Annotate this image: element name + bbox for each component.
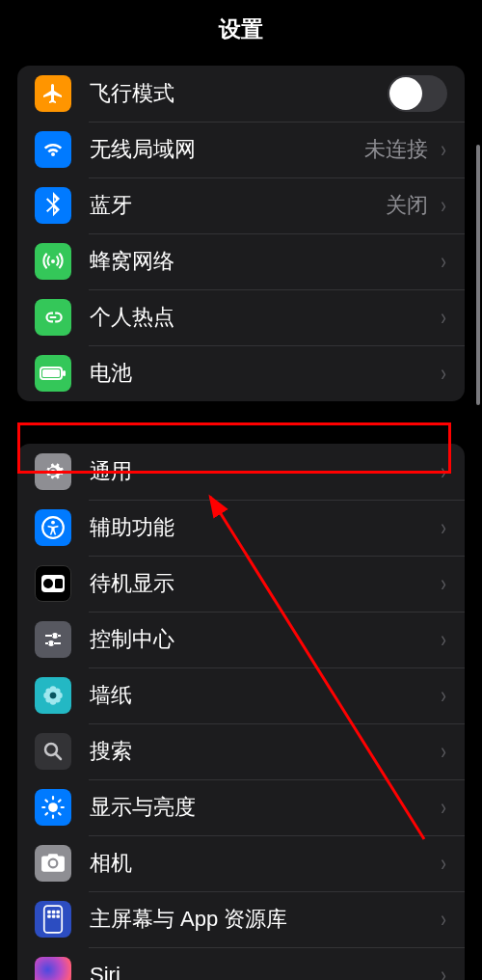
row-label: 控制中心 [90,625,436,654]
chevron-right-icon: › [441,570,446,597]
row-label: 搜索 [90,737,436,766]
row-bluetooth[interactable]: 蓝牙 关闭 › [17,177,465,233]
siri-icon [35,957,71,980]
svg-rect-7 [55,579,63,588]
row-label: 显示与亮度 [90,793,436,822]
chevron-right-icon: › [441,738,446,765]
link-icon [35,299,71,336]
row-label: 无线局域网 [90,135,364,164]
row-general[interactable]: 通用 › [17,444,465,500]
row-label: 个人热点 [90,303,436,332]
row-label: 电池 [90,359,436,388]
row-label: 主屏幕与 App 资源库 [90,905,436,934]
chevron-right-icon: › [441,906,446,933]
header: 设置 [0,0,482,58]
row-label: 飞行模式 [90,79,388,108]
settings-content: 飞行模式 无线局域网 未连接 › 蓝牙 关闭 › 蜂窝网络 › [0,58,482,980]
chevron-right-icon: › [441,136,446,163]
chevron-right-icon: › [441,458,446,485]
grid-icon [35,901,71,938]
row-label: 待机显示 [90,569,436,598]
chevron-right-icon: › [441,682,446,709]
row-battery[interactable]: 电池 › [17,345,465,401]
airplane-toggle[interactable] [388,75,447,112]
svg-rect-23 [47,914,50,917]
row-homescreen[interactable]: 主屏幕与 App 资源库 › [17,891,465,947]
accessibility-icon [35,509,71,546]
row-label: 蓝牙 [90,191,386,220]
antenna-icon [35,243,71,280]
svg-rect-20 [47,911,50,913]
chevron-right-icon: › [441,248,446,275]
chevron-right-icon: › [441,192,446,219]
row-wallpaper[interactable]: 墙纸 › [17,667,465,723]
svg-point-16 [50,693,57,699]
chevron-right-icon: › [441,626,446,653]
search-icon [35,733,71,770]
chevron-right-icon: › [441,962,446,980]
svg-rect-22 [56,911,59,913]
airplane-icon [35,75,71,112]
brightness-icon [35,789,71,826]
row-cellular[interactable]: 蜂窝网络 › [17,233,465,289]
svg-point-4 [51,521,55,525]
chevron-right-icon: › [441,360,446,387]
svg-rect-25 [56,914,59,917]
row-hotspot[interactable]: 个人热点 › [17,289,465,345]
row-label: 墙纸 [90,681,436,710]
row-label: 相机 [90,849,436,878]
row-label: Siri [90,963,436,980]
svg-rect-21 [52,911,55,913]
row-status: 关闭 [386,191,428,220]
svg-rect-1 [42,369,60,377]
chevron-right-icon: › [441,794,446,821]
row-search[interactable]: 搜索 › [17,723,465,779]
row-status: 未连接 [364,135,428,164]
row-label: 通用 [90,457,436,486]
svg-point-18 [48,803,58,812]
svg-rect-24 [52,914,55,917]
chevron-right-icon: › [441,304,446,331]
row-airplane[interactable]: 飞行模式 [17,66,465,122]
row-siri[interactable]: Siri › [17,947,465,980]
svg-rect-19 [44,906,62,933]
row-wifi[interactable]: 无线局域网 未连接 › [17,122,465,177]
row-label: 蜂窝网络 [90,247,436,276]
battery-icon [35,355,71,392]
standby-icon [35,565,71,602]
settings-group-system: 通用 › 辅助功能 › 待机显示 › 控制中心 › [17,444,465,980]
scroll-indicator[interactable] [476,145,480,405]
wifi-icon [35,131,71,168]
row-camera[interactable]: 相机 › [17,835,465,891]
chevron-right-icon: › [441,850,446,877]
camera-icon [35,845,71,882]
gear-icon [35,453,71,490]
sliders-icon [35,621,71,658]
svg-rect-2 [63,370,66,376]
row-label: 辅助功能 [90,513,436,542]
bluetooth-icon [35,187,71,224]
flower-icon [35,677,71,714]
settings-group-connectivity: 飞行模式 无线局域网 未连接 › 蓝牙 关闭 › 蜂窝网络 › [17,66,465,401]
row-accessibility[interactable]: 辅助功能 › [17,500,465,556]
page-title: 设置 [219,14,263,44]
chevron-right-icon: › [441,514,446,541]
row-display[interactable]: 显示与亮度 › [17,779,465,835]
row-controlcenter[interactable]: 控制中心 › [17,612,465,667]
row-standby[interactable]: 待机显示 › [17,556,465,612]
